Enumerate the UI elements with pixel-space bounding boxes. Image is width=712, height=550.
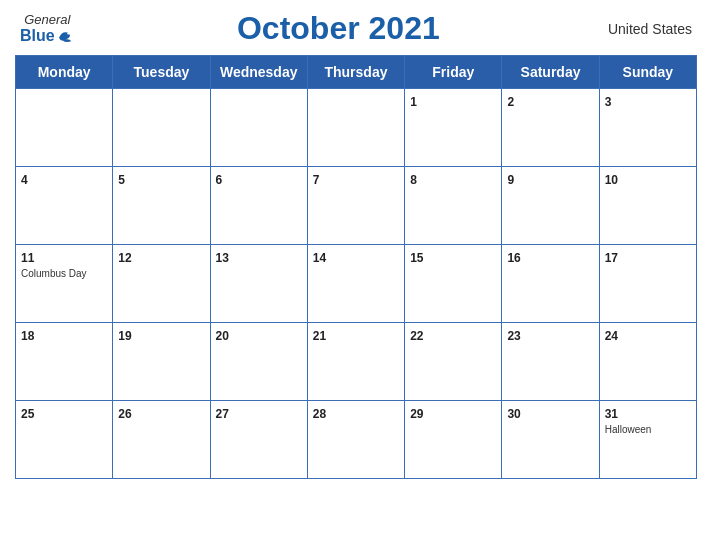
day-of-week-header: Wednesday <box>210 56 307 89</box>
calendar-week-row: 45678910 <box>16 167 697 245</box>
day-number: 12 <box>118 251 131 265</box>
logo-blue-container: Blue <box>20 27 75 45</box>
calendar-day-cell <box>113 89 210 167</box>
day-number: 4 <box>21 173 28 187</box>
day-number: 21 <box>313 329 326 343</box>
day-of-week-header: Thursday <box>307 56 404 89</box>
calendar-day-cell: 6 <box>210 167 307 245</box>
logo: General Blue <box>20 12 75 45</box>
day-number: 7 <box>313 173 320 187</box>
day-of-week-header: Friday <box>405 56 502 89</box>
day-of-week-header: Tuesday <box>113 56 210 89</box>
calendar-day-cell: 28 <box>307 401 404 479</box>
holiday-label: Halloween <box>605 424 691 435</box>
day-number: 27 <box>216 407 229 421</box>
day-number: 18 <box>21 329 34 343</box>
day-number: 26 <box>118 407 131 421</box>
calendar-day-cell: 1 <box>405 89 502 167</box>
calendar-day-cell: 9 <box>502 167 599 245</box>
calendar-day-cell: 27 <box>210 401 307 479</box>
calendar-week-row: 18192021222324 <box>16 323 697 401</box>
day-number: 14 <box>313 251 326 265</box>
country-label: United States <box>602 21 692 37</box>
day-number: 16 <box>507 251 520 265</box>
calendar-week-row: 25262728293031Halloween <box>16 401 697 479</box>
calendar-week-row: 123 <box>16 89 697 167</box>
day-of-week-header: Saturday <box>502 56 599 89</box>
calendar-header-row: MondayTuesdayWednesdayThursdayFridaySatu… <box>16 56 697 89</box>
day-number: 29 <box>410 407 423 421</box>
day-number: 3 <box>605 95 612 109</box>
day-of-week-header: Sunday <box>599 56 696 89</box>
day-of-week-header: Monday <box>16 56 113 89</box>
calendar-day-cell: 2 <box>502 89 599 167</box>
day-number: 11 <box>21 251 34 265</box>
calendar-day-cell: 31Halloween <box>599 401 696 479</box>
day-number: 5 <box>118 173 125 187</box>
day-number: 1 <box>410 95 417 109</box>
calendar-day-cell: 7 <box>307 167 404 245</box>
calendar-day-cell: 14 <box>307 245 404 323</box>
logo-bird-icon <box>57 29 75 43</box>
calendar-table: MondayTuesdayWednesdayThursdayFridaySatu… <box>15 55 697 479</box>
logo-general-text: General <box>24 12 70 27</box>
calendar-day-cell: 16 <box>502 245 599 323</box>
calendar-day-cell: 29 <box>405 401 502 479</box>
calendar-day-cell: 8 <box>405 167 502 245</box>
day-number: 8 <box>410 173 417 187</box>
calendar-day-cell: 18 <box>16 323 113 401</box>
calendar-day-cell <box>307 89 404 167</box>
day-number: 28 <box>313 407 326 421</box>
day-number: 10 <box>605 173 618 187</box>
calendar-day-cell: 23 <box>502 323 599 401</box>
day-number: 20 <box>216 329 229 343</box>
calendar-day-cell: 12 <box>113 245 210 323</box>
calendar-day-cell: 24 <box>599 323 696 401</box>
calendar-day-cell <box>210 89 307 167</box>
calendar-day-cell: 5 <box>113 167 210 245</box>
day-number: 22 <box>410 329 423 343</box>
day-number: 17 <box>605 251 618 265</box>
logo-blue-text: Blue <box>20 27 55 45</box>
calendar-day-cell <box>16 89 113 167</box>
calendar-day-cell: 30 <box>502 401 599 479</box>
calendar-day-cell: 20 <box>210 323 307 401</box>
calendar-day-cell: 21 <box>307 323 404 401</box>
calendar-day-cell: 13 <box>210 245 307 323</box>
calendar-day-cell: 26 <box>113 401 210 479</box>
calendar-week-row: 11Columbus Day121314151617 <box>16 245 697 323</box>
day-number: 31 <box>605 407 618 421</box>
calendar-day-cell: 3 <box>599 89 696 167</box>
day-number: 23 <box>507 329 520 343</box>
calendar-day-cell: 19 <box>113 323 210 401</box>
day-number: 24 <box>605 329 618 343</box>
day-number: 19 <box>118 329 131 343</box>
day-number: 15 <box>410 251 423 265</box>
calendar-day-cell: 4 <box>16 167 113 245</box>
day-number: 9 <box>507 173 514 187</box>
calendar-day-cell: 17 <box>599 245 696 323</box>
holiday-label: Columbus Day <box>21 268 107 279</box>
calendar-day-cell: 11Columbus Day <box>16 245 113 323</box>
day-number: 25 <box>21 407 34 421</box>
calendar-day-cell: 22 <box>405 323 502 401</box>
day-number: 30 <box>507 407 520 421</box>
day-number: 2 <box>507 95 514 109</box>
calendar-day-cell: 10 <box>599 167 696 245</box>
month-title: October 2021 <box>237 10 440 47</box>
day-number: 13 <box>216 251 229 265</box>
day-number: 6 <box>216 173 223 187</box>
page-header: General Blue October 2021 United States <box>15 10 697 47</box>
calendar-day-cell: 15 <box>405 245 502 323</box>
calendar-day-cell: 25 <box>16 401 113 479</box>
